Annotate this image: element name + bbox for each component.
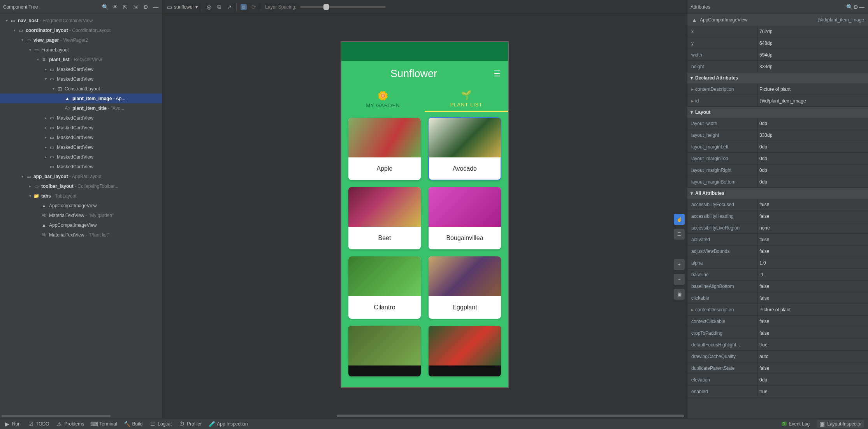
- expand-arrow-icon[interactable]: ▾: [19, 174, 25, 178]
- attribute-row[interactable]: y648dp: [687, 37, 868, 49]
- attribute-row[interactable]: layout_marginRight0dp: [687, 164, 868, 176]
- tree-row[interactable]: ▲AppCompatImageView: [0, 201, 162, 210]
- tree-row[interactable]: ▾▭coordinator_layout - CoordinatorLayout: [0, 25, 162, 35]
- attribute-row[interactable]: baselineAlignBottomfalse: [687, 281, 868, 292]
- expand-arrow-icon[interactable]: ▾: [19, 38, 25, 42]
- tree-row[interactable]: ▸▭toolbar_layout - CollapsingToolbar...: [0, 181, 162, 191]
- eye-icon[interactable]: 👁: [112, 4, 118, 10]
- minimize-icon[interactable]: —: [153, 4, 159, 10]
- attribute-row[interactable]: activatedfalse: [687, 234, 868, 245]
- tree-row[interactable]: ▾◫ConstraintLayout: [0, 84, 162, 94]
- tree-row[interactable]: ▲plant_item_image - Ap...: [0, 94, 162, 103]
- horizontal-scrollbar[interactable]: [0, 414, 162, 418]
- expand-arrow-icon[interactable]: ▾: [27, 48, 33, 52]
- attribute-row[interactable]: ▸id@id/plant_item_image: [687, 95, 868, 107]
- component-tree[interactable]: ▾▭nav_host - FragmentContainerView▾▭coor…: [0, 14, 162, 414]
- tree-row[interactable]: ▸▭MaskedCardView: [0, 113, 162, 123]
- attr-section-header[interactable]: ▾Declared Attributes: [687, 72, 868, 83]
- expand-arrow-icon[interactable]: ▸: [27, 184, 33, 188]
- plant-card[interactable]: Bougainvillea: [429, 187, 501, 249]
- tree-row[interactable]: ▾▭FrameLayout: [0, 45, 162, 55]
- tree-row[interactable]: ▾▭MaskedCardView: [0, 74, 162, 84]
- layer-spacing-slider[interactable]: [300, 6, 386, 8]
- attribute-row[interactable]: x762dp: [687, 26, 868, 37]
- minimize-icon[interactable]: —: [859, 4, 865, 10]
- expand-arrow-icon[interactable]: ▸: [43, 135, 48, 139]
- search-icon[interactable]: 🔍: [846, 4, 852, 10]
- attribute-row[interactable]: accessibilityHeadingfalse: [687, 210, 868, 222]
- export-icon[interactable]: ↗: [226, 4, 232, 10]
- attribute-row[interactable]: height333dp: [687, 61, 868, 72]
- expand-arrow-icon[interactable]: ▸: [43, 116, 48, 120]
- plant-card[interactable]: Beet: [348, 187, 421, 249]
- mode-3d-button[interactable]: ☝: [674, 214, 685, 225]
- expand-arrow-icon[interactable]: ▾: [12, 28, 17, 32]
- plant-card[interactable]: Cilantro: [348, 256, 421, 319]
- device-selector[interactable]: ▭ sunflower ▾: [166, 4, 198, 10]
- plant-card[interactable]: AppCompatImageViewAvocado: [429, 118, 501, 180]
- expand-all-icon[interactable]: ⇱: [122, 4, 128, 10]
- attribute-row[interactable]: layout_height333dp: [687, 129, 868, 141]
- attribute-row[interactable]: layout_marginLeft0dp: [687, 141, 868, 153]
- bottom-tab-build[interactable]: 🔨Build: [124, 421, 143, 427]
- bottom-tab-profiler[interactable]: ⏱Profiler: [179, 421, 202, 427]
- target-icon[interactable]: ◎: [206, 4, 212, 10]
- tree-row[interactable]: AbMaterialTextView - "Plant list": [0, 230, 162, 240]
- attribute-row[interactable]: elevation0dp: [687, 374, 868, 386]
- bottom-tab-app-inspection[interactable]: 🧪App Inspection: [209, 421, 248, 427]
- tree-row[interactable]: ▾▭nav_host - FragmentContainerView: [0, 16, 162, 25]
- search-icon[interactable]: 🔍: [102, 4, 108, 10]
- tree-row[interactable]: ▾📁tabs - TabLayout: [0, 191, 162, 201]
- tree-row[interactable]: ▾≡plant_list - RecyclerView: [0, 55, 162, 64]
- expand-arrow-icon[interactable]: ▸: [43, 145, 48, 149]
- layout-inspector-button[interactable]: ▣Layout Inspector: [817, 420, 864, 428]
- expand-arrow-icon[interactable]: ▸: [43, 125, 48, 130]
- zoom-out-button[interactable]: −: [674, 274, 685, 285]
- horizontal-scrollbar[interactable]: [162, 413, 687, 418]
- attribute-row[interactable]: cropToPaddingfalse: [687, 327, 868, 339]
- plant-card[interactable]: Apple: [348, 118, 421, 180]
- bottom-tab-todo[interactable]: ☑TODO: [28, 421, 49, 427]
- attr-section-header[interactable]: ▾All Attributes: [687, 188, 868, 199]
- attribute-row[interactable]: ▸contentDescriptionPicture of plant: [687, 83, 868, 95]
- layers-button[interactable]: ☐: [674, 229, 685, 240]
- tree-row[interactable]: AbMaterialTextView - "My garden": [0, 210, 162, 220]
- attribute-row[interactable]: layout_marginBottom0dp: [687, 176, 868, 188]
- tree-row[interactable]: ▸▭MaskedCardView: [0, 152, 162, 162]
- tab-my-garden[interactable]: 🌼MY GARDEN: [341, 87, 425, 112]
- plant-card[interactable]: Hibiscus: [429, 326, 501, 376]
- attribute-row[interactable]: baseline-1: [687, 269, 868, 281]
- expand-arrow-icon[interactable]: ▾: [51, 87, 56, 91]
- gear-icon[interactable]: ⚙: [142, 4, 149, 10]
- attribute-row[interactable]: width594dp: [687, 49, 868, 61]
- tree-row[interactable]: Abplant_item_title - "Avo...: [0, 103, 162, 113]
- collapse-all-icon[interactable]: ⇲: [132, 4, 139, 10]
- device-frame[interactable]: Sunflower ☰ 🌼MY GARDEN🌱PLANT LIST AppleA…: [341, 41, 509, 388]
- tree-row[interactable]: ▭MaskedCardView: [0, 162, 162, 171]
- snapshot-icon[interactable]: ⧉: [216, 4, 222, 10]
- attribute-row[interactable]: defaultFocusHighlight...true: [687, 339, 868, 351]
- refresh-icon[interactable]: ⟳: [251, 4, 257, 10]
- attribute-row[interactable]: clickablefalse: [687, 292, 868, 304]
- zoom-in-button[interactable]: +: [674, 259, 685, 270]
- attribute-row[interactable]: accessibilityLiveRegionnone: [687, 222, 868, 234]
- bottom-tab-problems[interactable]: ⚠Problems: [56, 421, 84, 427]
- bottom-tab-run[interactable]: ▶Run: [4, 421, 21, 427]
- plant-card[interactable]: Eggplant: [429, 256, 501, 319]
- expand-arrow-icon[interactable]: ▾: [4, 18, 9, 23]
- tree-row[interactable]: ▸▭MaskedCardView: [0, 132, 162, 142]
- attribute-row[interactable]: duplicateParentStatefalse: [687, 362, 868, 374]
- attribute-row[interactable]: layout_width0dp: [687, 118, 868, 129]
- expand-arrow-icon[interactable]: ▸: [43, 67, 48, 71]
- expand-arrow-icon[interactable]: ▸: [43, 155, 48, 159]
- attribute-row[interactable]: alpha1.0: [687, 257, 868, 269]
- tree-row[interactable]: ▲AppCompatImageView: [0, 220, 162, 230]
- live-updates-toggle[interactable]: ⧈: [241, 4, 247, 10]
- bottom-tab-terminal[interactable]: ⌨Terminal: [91, 421, 117, 427]
- tree-row[interactable]: ▾▭view_pager - ViewPager2: [0, 35, 162, 45]
- event-log-button[interactable]: 1Event Log: [782, 421, 810, 427]
- attr-section-header[interactable]: ▾Layout: [687, 107, 868, 118]
- gear-icon[interactable]: ⚙: [852, 4, 859, 10]
- attribute-row[interactable]: adjustViewBoundsfalse: [687, 245, 868, 257]
- expand-arrow-icon[interactable]: ▾: [35, 57, 40, 62]
